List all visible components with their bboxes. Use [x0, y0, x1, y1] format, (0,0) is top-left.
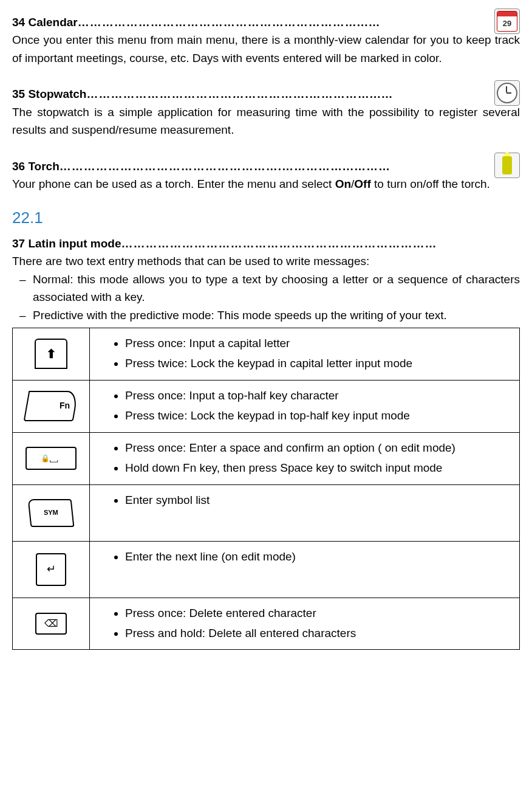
bullet: Press twice: Lock the keypad in top-half… — [125, 405, 514, 426]
bullet: Enter the next line (on edit mode) — [125, 546, 514, 567]
bullet: Press twice: Lock the keypad in capital … — [125, 353, 514, 373]
table-row: ⬆ Press once: Input a capital letter Pre… — [13, 328, 520, 380]
torch-icon — [494, 153, 520, 178]
heading-dots: ……………………………………………….……………...……… — [60, 157, 390, 175]
latin-intro: There are two text entry methods that ca… — [12, 252, 520, 270]
key-cell-delete: ⌫ — [13, 598, 90, 650]
bullet: Press once: Input a top-half key charact… — [125, 385, 514, 405]
key-cell-space: 🔒 — [13, 432, 90, 484]
shift-key-icon: ⬆ — [35, 339, 67, 369]
latin-item-predictive: –Predictive with the predictive mode: Th… — [12, 306, 520, 324]
heading-dots: …………………………………………………………………… — [121, 235, 437, 252]
key-cell-shift: ⬆ — [13, 328, 90, 380]
torch-body: Your phone can be used as a torch. Enter… — [12, 175, 520, 193]
table-row: ⌫ Press once: Delete entered character P… — [13, 598, 520, 650]
keypad-table: ⬆ Press once: Input a capital letter Pre… — [12, 328, 520, 650]
table-row: SYM Enter symbol list — [13, 484, 520, 541]
section-heading-latin: 37 Latin input mode ……………………………………………………… — [12, 235, 520, 252]
section-heading-calendar: 34 Calendar ……………………………………………………………...… … — [12, 13, 520, 31]
bullet: Press once: Enter a space and confirm an… — [125, 438, 514, 458]
table-row: Fn Press once: Input a top-half key char… — [13, 380, 520, 432]
bullet: Press once: Input a capital letter — [125, 333, 514, 353]
key-cell-enter: ↵ — [13, 541, 90, 598]
heading-dots: ……………………………………………………………...… — [78, 13, 381, 31]
bullet: Press and hold: Delete all entered chara… — [125, 623, 514, 643]
heading-text: 36 Torch — [12, 157, 60, 175]
stopwatch-body: The stopwatch is a simple application fo… — [12, 103, 520, 139]
sym-key-icon: SYM — [28, 499, 75, 527]
chapter-number: 22.1 — [12, 205, 520, 230]
desc-cell: Press once: Enter a space and confirm an… — [90, 432, 520, 484]
desc-cell: Press once: Input a top-half key charact… — [90, 380, 520, 432]
section-heading-stopwatch: 35 Stopwatch ……………………………………………….……………...… — [12, 85, 520, 103]
desc-cell: Enter symbol list — [90, 484, 520, 541]
heading-text: 37 Latin input mode — [12, 235, 121, 252]
key-cell-sym: SYM — [13, 484, 90, 541]
heading-text: 35 Stopwatch — [12, 85, 86, 103]
fn-key-icon: Fn — [24, 391, 79, 421]
bullet: Hold down Fn key, then press Space key t… — [125, 458, 514, 478]
enter-key-icon: ↵ — [36, 553, 66, 586]
bullet: Press once: Delete entered character — [125, 603, 514, 623]
delete-key-icon: ⌫ — [35, 613, 67, 635]
section-heading-torch: 36 Torch ……………………………………………….……………...……… — [12, 157, 520, 175]
stopwatch-icon — [494, 80, 520, 106]
bullet: Enter symbol list — [125, 490, 514, 510]
desc-cell: Press once: Input a capital letter Press… — [90, 328, 520, 380]
calendar-body: Once you enter this menu from main menu,… — [12, 31, 520, 67]
heading-dots: ……………………………………………….……………...… — [86, 85, 393, 103]
desc-cell: Press once: Delete entered character Pre… — [90, 598, 520, 650]
desc-cell: Enter the next line (on edit mode) — [90, 541, 520, 598]
heading-text: 34 Calendar — [12, 13, 78, 31]
calendar-icon: 29 — [494, 9, 520, 34]
table-row: ↵ Enter the next line (on edit mode) — [13, 541, 520, 598]
table-row: 🔒 Press once: Enter a space and confirm … — [13, 432, 520, 484]
space-key-icon: 🔒 — [26, 447, 77, 470]
latin-item-normal: –Normal: this mode allows you to type a … — [12, 270, 520, 306]
key-cell-fn: Fn — [13, 380, 90, 432]
